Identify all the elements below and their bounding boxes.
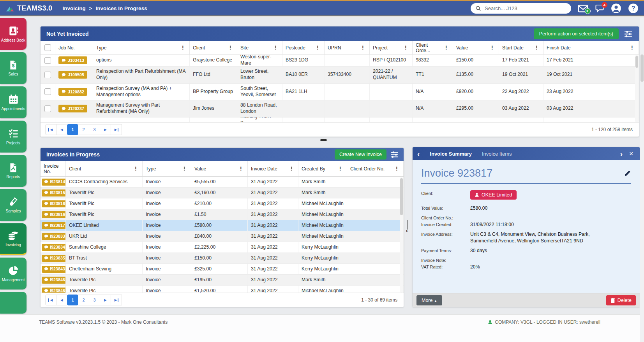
- row-checkbox[interactable]: [44, 105, 51, 112]
- column-header-client[interactable]: Client⋮: [190, 41, 237, 54]
- column-menu-icon[interactable]: ⋮: [629, 45, 635, 51]
- column-menu-icon[interactable]: ⋮: [238, 166, 244, 172]
- pager-next-button[interactable]: ►: [100, 124, 111, 135]
- invoice-row[interactable]: I923815Towerlift PlcInvoice£3,160.0031 A…: [41, 188, 404, 198]
- pager-page-1[interactable]: 1: [67, 124, 78, 135]
- column-header-invoice-no[interactable]: Invoice No.: [41, 161, 66, 176]
- column-header-invoice-date[interactable]: Invoice Date⋮: [248, 161, 298, 176]
- column-header-client-order-no[interactable]: Client Order No.⋮: [347, 161, 404, 176]
- column-header-client[interactable]: Client⋮: [66, 161, 143, 176]
- column-menu-icon[interactable]: ⋮: [533, 45, 540, 51]
- perform-action-button[interactable]: Perform action on selected item(s): [534, 28, 619, 39]
- column-menu-icon[interactable]: ⋮: [443, 45, 450, 51]
- pager-prev-button[interactable]: ◄: [56, 124, 67, 135]
- sidebar-item-appointments[interactable]: Appointments: [0, 86, 26, 118]
- page-scrollbar-thumb[interactable]: [640, 54, 644, 82]
- column-menu-icon[interactable]: ⋮: [227, 45, 234, 51]
- job-row[interactable]: J103413optionsGraystone CollegeWeston-su…: [41, 54, 639, 67]
- invoice-badge[interactable]: I923833: [42, 233, 66, 240]
- invoices-scrollbar-thumb[interactable]: [400, 178, 403, 215]
- invoice-row[interactable]: I923843Cheltenham SewingInvoice£325.0031…: [41, 264, 404, 275]
- notifications-button[interactable]: 4: [595, 4, 604, 12]
- sidebar-item-reports[interactable]: Reports: [0, 155, 26, 187]
- invoice-badge[interactable]: I923817: [42, 222, 66, 229]
- column-menu-icon[interactable]: ⋮: [393, 166, 400, 172]
- pager-first-button[interactable]: ◄: [45, 295, 56, 305]
- column-header-type[interactable]: Type⋮: [93, 41, 190, 54]
- job-badge[interactable]: J103413: [58, 56, 87, 64]
- column-menu-icon[interactable]: ⋮: [288, 166, 295, 172]
- pager-last-button[interactable]: ►: [111, 295, 122, 305]
- filter-icon[interactable]: [624, 30, 633, 38]
- pager-page-3[interactable]: 3: [89, 295, 100, 305]
- pager-next-button[interactable]: ►: [100, 295, 111, 305]
- messages-button[interactable]: ▶: [578, 5, 588, 12]
- invoice-row[interactable]: I923833UKR LtdInvoice£840.0031 Aug 2022M…: [41, 231, 404, 242]
- column-header-job-no[interactable]: Job No.: [55, 41, 93, 54]
- column-header-uprn[interactable]: UPRN⋮: [325, 41, 370, 54]
- profile-button[interactable]: [611, 3, 621, 14]
- column-menu-icon[interactable]: ⋮: [337, 166, 344, 172]
- row-checkbox[interactable]: [44, 88, 51, 95]
- column-menu-icon[interactable]: ⋮: [181, 166, 188, 172]
- column-menu-icon[interactable]: ⋮: [489, 45, 496, 51]
- sidebar-item-address-book[interactable]: Address Book: [0, 18, 26, 50]
- invoice-row[interactable]: I923835BT TrustInvoice£150.0031 Aug 2022…: [41, 253, 404, 264]
- invoice-badge[interactable]: I923835: [42, 255, 66, 262]
- invoice-row[interactable]: I923816Towerlift PlcInvoice£1.5031 Aug 2…: [41, 209, 404, 220]
- column-header-type[interactable]: Type⋮: [143, 161, 191, 176]
- sidebar-item-projects[interactable]: Projects: [0, 121, 26, 153]
- create-new-invoice-button[interactable]: Create New Invoice: [335, 149, 386, 160]
- edit-pencil-icon[interactable]: [624, 170, 631, 177]
- breadcrumb-section[interactable]: Invoicing: [62, 5, 85, 11]
- pager-first-button[interactable]: ◄: [45, 124, 56, 135]
- panel-resize-handle[interactable]: [320, 139, 327, 141]
- invoice-badge[interactable]: I923815: [42, 189, 66, 196]
- column-header-value[interactable]: Value⋮: [453, 41, 499, 54]
- splitter-collapse-icon[interactable]: ▸: [406, 229, 408, 233]
- invoice-row[interactable]: I923834Sunshine CollegeInvoice£2,225.003…: [41, 242, 404, 253]
- invoice-badge[interactable]: I923846: [42, 277, 66, 284]
- sidebar-item-invoicing[interactable]: Invoicing: [0, 223, 26, 255]
- invoice-row[interactable]: I923817OKEE LimitedInvoice£580.0031 Aug …: [41, 220, 404, 231]
- job-row[interactable]: J120337Management Survey with Part Refur…: [41, 100, 639, 118]
- invoice-badge[interactable]: I923814: [42, 179, 66, 186]
- column-header-postcode[interactable]: Postcode⋮: [282, 41, 325, 54]
- client-link-button[interactable]: OKEE Limited: [470, 190, 517, 200]
- sidebar-item-sales[interactable]: $Sales: [0, 52, 26, 84]
- next-chevron-icon[interactable]: ›: [620, 150, 623, 158]
- delete-button[interactable]: Delete: [606, 295, 636, 305]
- job-row[interactable]: J120882Reinspection Survey (MA and PA) +…: [41, 84, 639, 101]
- invoice-row[interactable]: I923816Towerlift PlcInvoice£210.0031 Aug…: [41, 198, 404, 209]
- help-button[interactable]: ?: [628, 3, 639, 14]
- select-all-checkbox[interactable]: [44, 44, 51, 51]
- row-checkbox[interactable]: [44, 57, 51, 64]
- pager-page-2[interactable]: 2: [78, 124, 89, 135]
- column-menu-icon[interactable]: ⋮: [360, 45, 366, 51]
- column-header-start-date[interactable]: Start Date⋮: [499, 41, 543, 54]
- more-button[interactable]: More ▲: [416, 295, 442, 305]
- column-header-value[interactable]: Value⋮: [191, 161, 248, 176]
- column-header-project[interactable]: Project⋮: [370, 41, 413, 54]
- sidebar-item-management[interactable]: Management: [0, 258, 26, 289]
- job-row[interactable]: J109505Reinspection with Part Refurbishm…: [41, 67, 639, 84]
- column-header-client-orde[interactable]: Client Orde...⋮: [413, 41, 453, 54]
- filter-icon[interactable]: [390, 151, 399, 158]
- column-menu-icon[interactable]: ⋮: [314, 45, 321, 51]
- pager-page-1[interactable]: 1: [67, 295, 78, 305]
- pager-prev-button[interactable]: ◄: [56, 295, 67, 305]
- job-badge[interactable]: J120882: [58, 88, 87, 96]
- tab-invoice-items[interactable]: Invoice Items: [482, 151, 512, 157]
- invoice-badge[interactable]: I923843: [42, 266, 66, 273]
- pager-page-2[interactable]: 2: [78, 295, 89, 305]
- tab-invoice-summary[interactable]: Invoice Summary: [430, 151, 472, 157]
- search-input[interactable]: [484, 5, 566, 12]
- invoice-row[interactable]: I923846Towerlife PlcInvoice£195.0031 Aug…: [41, 275, 404, 286]
- row-checkbox[interactable]: [44, 72, 51, 78]
- job-badge[interactable]: J120337: [58, 105, 87, 112]
- column-menu-icon[interactable]: ⋮: [272, 45, 279, 51]
- column-menu-icon[interactable]: ⋮: [402, 45, 409, 51]
- column-header-site[interactable]: Site⋮: [237, 41, 282, 54]
- invoice-badge[interactable]: I923816: [42, 200, 66, 207]
- panel-splitter[interactable]: [408, 220, 408, 230]
